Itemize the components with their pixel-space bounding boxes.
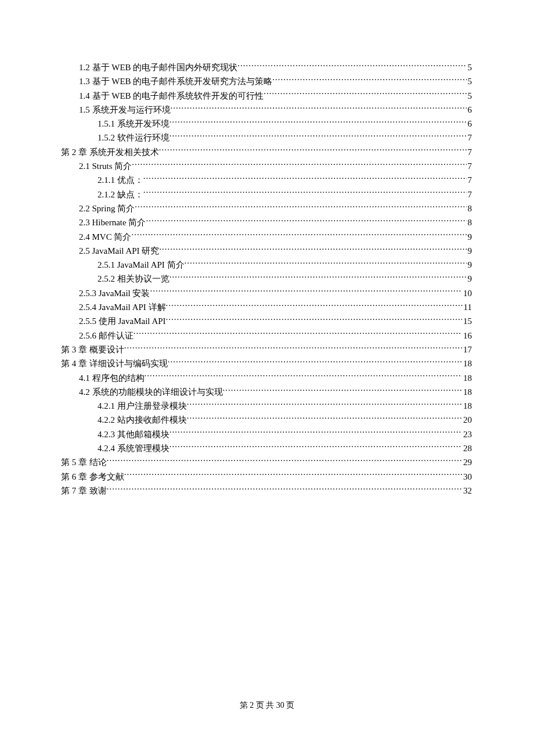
toc-leader-dots (237, 62, 466, 70)
toc-entry[interactable]: 第 3 章 概要设计17 (61, 343, 472, 357)
toc-entry-label: 1.3 基于 WEB 的电子邮件系统开发研究方法与策略 (79, 74, 272, 88)
toc-entry[interactable]: 4.2.1 用户注册登录模块18 (61, 399, 472, 413)
toc-entry-page: 5 (467, 89, 472, 103)
toc-entry-label: 2.3 Hibernate 简介 (79, 215, 146, 229)
toc-leader-dots (169, 442, 462, 451)
toc-entry-page: 18 (462, 399, 472, 413)
toc-entry[interactable]: 2.1.1 优点：7 (61, 173, 472, 187)
toc-leader-dots (131, 231, 466, 240)
toc-entry[interactable]: 4.2.3 其他邮箱模块23 (61, 427, 472, 441)
toc-leader-dots (134, 330, 462, 339)
toc-entry[interactable]: 1.3 基于 WEB 的电子邮件系统开发研究方法与策略5 (61, 74, 472, 88)
toc-leader-dots (171, 104, 467, 113)
toc-entry-label: 2.5 JavaMail API 研究 (79, 244, 159, 258)
toc-leader-dots (166, 315, 462, 324)
toc-entry-label: 1.5.1 系统开发环境 (98, 117, 169, 131)
toc-entry-label: 1.5 系统开发与运行环境 (79, 103, 171, 117)
toc-entry-page: 7 (467, 131, 472, 145)
toc-entry-page: 5 (467, 60, 472, 74)
toc-entry-label: 2.5.6 邮件认证 (79, 329, 134, 343)
toc-entry-page: 18 (462, 357, 472, 370)
document-page: 1.2 基于 WEB 的电子邮件国内外研究现状51.3 基于 WEB 的电子邮件… (0, 0, 534, 756)
toc-entry-page: 7 (467, 159, 472, 173)
toc-leader-dots (135, 203, 466, 211)
toc-entry[interactable]: 2.5 JavaMail API 研究9 (61, 244, 472, 258)
toc-entry[interactable]: 2.5.3 JavaMail 安装10 (61, 286, 472, 300)
toc-entry[interactable]: 第 5 章 结论29 (61, 455, 472, 469)
toc-entry[interactable]: 2.1.2 缺点：7 (61, 188, 472, 201)
toc-entry[interactable]: 4.2.4 系统管理模块28 (61, 441, 472, 455)
toc-entry-page: 9 (467, 258, 472, 272)
toc-entry-page: 6 (467, 103, 472, 117)
toc-entry-page: 9 (467, 230, 472, 244)
toc-entry[interactable]: 第 6 章 参考文献30 (61, 470, 472, 484)
toc-entry-label: 2.5.1 JavaMail API 简介 (98, 258, 185, 272)
toc-leader-dots (166, 301, 463, 310)
toc-entry[interactable]: 2.5.4 JavaMail API 详解11 (61, 300, 472, 314)
toc-entry-label: 1.2 基于 WEB 的电子邮件国内外研究现状 (79, 60, 237, 74)
toc-entry-page: 5 (467, 74, 472, 88)
toc-entry-page: 8 (467, 215, 472, 229)
toc-leader-dots (124, 471, 462, 480)
toc-entry-page: 23 (462, 427, 472, 441)
toc-leader-dots (168, 358, 462, 366)
toc-entry-page: 9 (467, 272, 472, 286)
toc-entry-label: 2.5.5 使用 JavaMail API (79, 314, 166, 328)
toc-entry-label: 第 6 章 参考文献 (61, 470, 124, 484)
table-of-contents: 1.2 基于 WEB 的电子邮件国内外研究现状51.3 基于 WEB 的电子邮件… (61, 60, 472, 498)
toc-entry-label: 2.1.2 缺点： (98, 188, 143, 201)
toc-entry[interactable]: 4.2 系统的功能模块的详细设计与实现18 (61, 385, 472, 399)
toc-entry-label: 4.1 程序包的结构 (79, 371, 145, 385)
toc-entry[interactable]: 1.2 基于 WEB 的电子邮件国内外研究现状5 (61, 60, 472, 74)
toc-leader-dots (150, 287, 462, 296)
toc-leader-dots (143, 174, 467, 183)
toc-entry-page: 15 (462, 314, 472, 328)
toc-leader-dots (107, 456, 462, 465)
toc-entry-label: 1.4 基于 WEB 的电子邮件系统软件开发的可行性 (79, 89, 264, 103)
toc-leader-dots (223, 386, 463, 395)
toc-entry[interactable]: 2.1 Struts 简介7 (61, 159, 472, 173)
toc-entry-label: 4.2.4 系统管理模块 (98, 441, 169, 455)
toc-entry[interactable]: 第 4 章 详细设计与编码实现18 (61, 357, 472, 370)
toc-entry-page: 8 (467, 201, 472, 215)
toc-entry-page: 16 (462, 329, 472, 343)
toc-entry[interactable]: 2.5.1 JavaMail API 简介9 (61, 258, 472, 272)
toc-entry-page: 30 (462, 470, 472, 484)
toc-leader-dots (272, 75, 466, 84)
toc-leader-dots (143, 189, 467, 197)
toc-entry-label: 4.2.1 用户注册登录模块 (98, 399, 187, 413)
toc-leader-dots (146, 217, 466, 225)
toc-entry[interactable]: 1.5.1 系统开发环境6 (61, 117, 472, 131)
toc-entry-page: 7 (467, 173, 472, 187)
toc-entry[interactable]: 2.5.6 邮件认证16 (61, 329, 472, 343)
toc-entry[interactable]: 2.2 Spring 简介8 (61, 201, 472, 215)
toc-entry[interactable]: 2.5.2 相关协议一览9 (61, 272, 472, 286)
toc-entry-label: 2.1 Struts 简介 (79, 159, 132, 173)
toc-entry-page: 18 (462, 385, 472, 399)
toc-entry-page: 28 (462, 441, 472, 455)
page-footer: 第 2 页 共 30 页 (0, 700, 534, 711)
toc-entry-page: 18 (462, 371, 472, 385)
toc-entry-label: 第 7 章 致谢 (61, 484, 107, 498)
toc-entry[interactable]: 1.4 基于 WEB 的电子邮件系统软件开发的可行性5 (61, 89, 472, 103)
toc-entry[interactable]: 1.5 系统开发与运行环境6 (61, 103, 472, 117)
toc-leader-dots (107, 485, 462, 494)
toc-entry[interactable]: 2.4 MVC 简介9 (61, 230, 472, 244)
toc-entry[interactable]: 1.5.2 软件运行环境7 (61, 131, 472, 145)
toc-entry[interactable]: 第 2 章 系统开发相关技术7 (61, 145, 472, 159)
toc-entry-label: 2.5.4 JavaMail API 详解 (79, 300, 166, 314)
toc-leader-dots (169, 429, 462, 437)
toc-entry[interactable]: 第 7 章 致谢32 (61, 484, 472, 498)
toc-leader-dots (159, 146, 467, 155)
toc-entry[interactable]: 2.3 Hibernate 简介8 (61, 215, 472, 229)
toc-entry[interactable]: 2.5.5 使用 JavaMail API15 (61, 314, 472, 328)
toc-entry-page: 9 (467, 244, 472, 258)
toc-entry[interactable]: 4.1 程序包的结构18 (61, 371, 472, 385)
toc-leader-dots (124, 344, 462, 352)
toc-entry-page: 29 (462, 455, 472, 469)
toc-entry-label: 2.2 Spring 简介 (79, 201, 135, 215)
toc-leader-dots (264, 90, 466, 99)
toc-entry[interactable]: 4.2.2 站内接收邮件模块20 (61, 413, 472, 427)
toc-entry-label: 第 2 章 系统开发相关技术 (61, 145, 159, 159)
toc-leader-dots (132, 160, 466, 169)
